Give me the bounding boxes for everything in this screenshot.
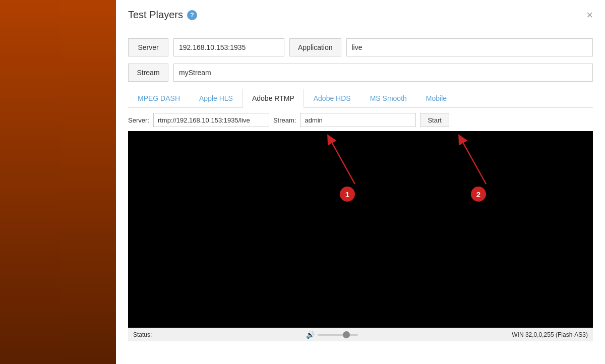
- volume-knob: [343, 331, 350, 338]
- sidebar: [0, 0, 116, 364]
- player-stream-label: Stream:: [273, 116, 296, 124]
- modal-title-text: Test Players: [128, 9, 183, 21]
- player-server-label: Server:: [128, 116, 149, 124]
- player-server-input[interactable]: [153, 113, 269, 127]
- modal-body: Server Application Stream MPEG DASH Appl…: [116, 28, 605, 351]
- application-input[interactable]: [346, 38, 593, 56]
- modal-title: Test Players ?: [128, 9, 197, 21]
- volume-control: 🔊: [306, 331, 358, 339]
- stream-label: Stream: [128, 64, 168, 82]
- server-label: Server: [128, 38, 168, 56]
- start-button[interactable]: Start: [420, 113, 449, 127]
- status-area: Status:: [133, 331, 152, 338]
- tab-mpeg-dash[interactable]: MPEG DASH: [128, 89, 190, 108]
- annotation-circle-2: 2: [471, 187, 486, 202]
- volume-slider[interactable]: [318, 334, 358, 336]
- modal-header: Test Players ? ×: [116, 0, 605, 28]
- tabs-row: MPEG DASH Apple HLS Adobe RTMP Adobe HDS…: [128, 89, 593, 108]
- annotation-number-2: 2: [471, 187, 486, 202]
- annotation-number-1: 1: [340, 187, 355, 202]
- application-label: Application: [289, 38, 341, 56]
- tab-ms-smooth[interactable]: MS Smooth: [360, 89, 416, 108]
- help-icon[interactable]: ?: [187, 10, 197, 20]
- server-input[interactable]: [173, 38, 284, 56]
- annotation-circle-1: 1: [340, 187, 355, 202]
- player-area: Server: Stream: Start: [128, 108, 593, 341]
- tab-mobile[interactable]: Mobile: [416, 89, 456, 108]
- tab-adobe-rtmp[interactable]: Adobe RTMP: [243, 89, 304, 108]
- tab-adobe-hds[interactable]: Adobe HDS: [304, 89, 360, 108]
- stream-row: Stream: [128, 64, 593, 82]
- stream-input[interactable]: [173, 64, 593, 82]
- annotation-wrapper: 1 2: [128, 131, 593, 328]
- player-footer: Status: 🔊 WIN 32,0,0,255 (Flash-AS3): [128, 328, 593, 341]
- modal-container: Test Players ? × Server Application Stre…: [116, 0, 605, 364]
- annotation-arrow-1: [325, 134, 426, 194]
- status-label: Status:: [133, 331, 152, 338]
- player-controls-row: Server: Stream: Start: [128, 108, 593, 131]
- status-info: WIN 32,0,0,255 (Flash-AS3): [512, 331, 588, 338]
- tab-apple-hls[interactable]: Apple HLS: [190, 89, 243, 108]
- svg-line-1: [330, 139, 355, 184]
- volume-icon[interactable]: 🔊: [306, 331, 315, 339]
- server-application-row: Server Application: [128, 38, 593, 56]
- svg-line-3: [461, 139, 486, 184]
- close-button[interactable]: ×: [586, 10, 593, 21]
- player-stream-input[interactable]: [300, 113, 416, 127]
- annotation-arrow-2: [456, 134, 557, 194]
- video-player: 1 2: [128, 131, 593, 328]
